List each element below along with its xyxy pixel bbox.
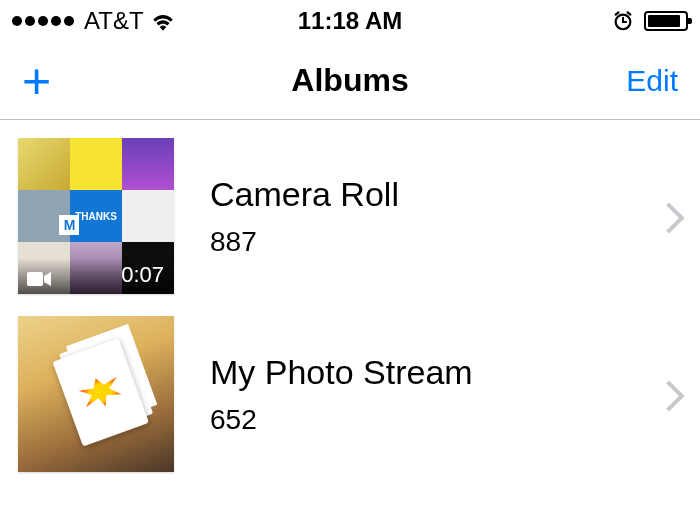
status-bar: AT&T 11:18 AM (0, 0, 700, 42)
album-thumbnail (18, 316, 174, 472)
add-album-button[interactable]: + (22, 56, 51, 106)
video-overlay: 0:07 (18, 258, 174, 294)
album-count: 887 (210, 226, 658, 258)
carrier-label: AT&T (84, 7, 144, 35)
album-count: 652 (210, 404, 658, 436)
nav-bar: + Albums Edit (0, 42, 700, 120)
album-info: Camera Roll 887 (210, 175, 658, 258)
albums-list: THANKS M 0:07 Camera Roll 887 My Photo S… (0, 120, 700, 494)
video-camera-icon (26, 270, 52, 288)
svg-line-4 (628, 12, 631, 14)
chevron-right-icon (658, 375, 680, 413)
status-right (612, 10, 688, 32)
album-info: My Photo Stream 652 (210, 353, 658, 436)
wifi-icon (150, 11, 176, 31)
edit-button[interactable]: Edit (626, 64, 678, 98)
album-title: Camera Roll (210, 175, 658, 214)
battery-icon (644, 11, 688, 31)
video-duration: 0:07 (121, 262, 164, 288)
album-row-camera-roll[interactable]: THANKS M 0:07 Camera Roll 887 (0, 138, 700, 316)
album-title: My Photo Stream (210, 353, 658, 392)
status-left: AT&T (12, 7, 176, 35)
svg-rect-5 (27, 272, 43, 286)
clock-time: 11:18 AM (298, 7, 402, 35)
album-row-photo-stream[interactable]: My Photo Stream 652 (0, 316, 700, 494)
signal-strength-icon (12, 16, 74, 26)
album-thumbnail: THANKS M 0:07 (18, 138, 174, 294)
svg-line-3 (616, 12, 619, 14)
page-title: Albums (291, 62, 408, 99)
chevron-right-icon (658, 197, 680, 235)
alarm-icon (612, 10, 634, 32)
